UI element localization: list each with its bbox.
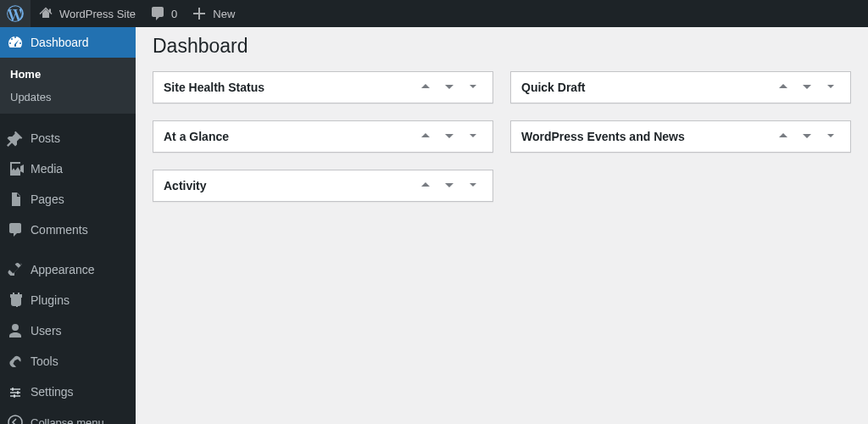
collapse-icon (7, 414, 24, 424)
menu-label: Tools (31, 354, 58, 368)
chevron-down-icon (442, 178, 456, 192)
adminbar-new-label: New (213, 8, 235, 20)
menu-dashboard[interactable]: Dashboard (0, 27, 136, 58)
caret-down-icon (824, 129, 837, 142)
menu-label: Media (31, 162, 63, 176)
move-down-button[interactable] (798, 126, 816, 148)
submenu-updates[interactable]: Updates (0, 86, 136, 109)
submenu-home[interactable]: Home (0, 63, 136, 86)
toggle-button[interactable] (464, 176, 482, 197)
chevron-up-icon (419, 80, 432, 93)
settings-icon (7, 383, 24, 400)
move-up-button[interactable] (774, 126, 793, 148)
dashboard-panels: Site Health Status At a Glance (153, 71, 851, 202)
page-title: Dashboard (153, 27, 851, 61)
wordpress-logo-icon (7, 5, 24, 22)
comment-icon (7, 221, 24, 238)
toggle-button[interactable] (464, 126, 482, 148)
caret-down-icon (466, 129, 480, 142)
chevron-down-icon (800, 129, 814, 142)
adminbar-comments-count: 0 (171, 8, 177, 20)
postbox-header[interactable]: Activity (153, 170, 492, 201)
postbox-title: At a Glance (164, 130, 416, 143)
toggle-button[interactable] (464, 77, 482, 98)
caret-down-icon (466, 80, 480, 93)
menu-settings[interactable]: Settings (0, 377, 136, 407)
postbox-header[interactable]: Site Health Status (153, 72, 492, 103)
dashboard-icon (7, 34, 24, 51)
chevron-up-icon (419, 178, 432, 192)
toggle-button[interactable] (821, 77, 840, 98)
postbox-header[interactable]: WordPress Events and News (511, 121, 850, 152)
postbox-events-news: WordPress Events and News (510, 120, 851, 153)
adminbar-wp-logo[interactable] (0, 0, 31, 27)
menu-label: Plugins (31, 293, 70, 307)
menu-users[interactable]: Users (0, 315, 136, 346)
move-up-button[interactable] (416, 77, 435, 98)
svg-rect-1 (17, 391, 19, 394)
pin-icon (7, 130, 24, 147)
postbox-controls (774, 126, 840, 148)
wrench-icon (7, 353, 24, 370)
collapse-menu[interactable]: Collapse menu (0, 407, 136, 424)
move-down-button[interactable] (440, 126, 459, 148)
menu-appearance[interactable]: Appearance (0, 254, 136, 285)
home-icon (37, 5, 54, 22)
menu-label: Comments (31, 223, 88, 237)
admin-sidebar: Dashboard Home Updates Posts Media Pages… (0, 27, 136, 424)
chevron-up-icon (776, 80, 790, 93)
menu-media[interactable]: Media (0, 153, 136, 184)
adminbar-site-name: WordPress Site (59, 8, 136, 20)
main-content: Dashboard Site Health Status At a (136, 27, 868, 424)
media-icon (7, 160, 24, 177)
move-up-button[interactable] (774, 77, 793, 98)
caret-down-icon (824, 80, 837, 93)
postbox-controls (774, 77, 840, 98)
dashboard-submenu: Home Updates (0, 58, 136, 114)
postbox-header[interactable]: Quick Draft (511, 72, 850, 103)
adminbar-new[interactable]: New (184, 0, 242, 27)
caret-down-icon (466, 178, 480, 192)
menu-comments[interactable]: Comments (0, 215, 136, 245)
menu-tools[interactable]: Tools (0, 346, 136, 377)
plus-icon (191, 5, 208, 22)
postbox-title: Site Health Status (164, 81, 416, 94)
panel-column-2: Quick Draft WordPress Events and News (510, 71, 851, 202)
move-up-button[interactable] (416, 176, 435, 197)
postbox-title: Quick Draft (521, 81, 774, 94)
menu-pages[interactable]: Pages (0, 184, 136, 215)
postbox-quick-draft: Quick Draft (510, 71, 851, 103)
plugin-icon (7, 292, 24, 309)
adminbar-comments[interactable]: 0 (142, 0, 184, 27)
postbox-site-health: Site Health Status (153, 71, 493, 103)
panel-column-1: Site Health Status At a Glance (153, 71, 493, 202)
comment-icon (149, 5, 166, 22)
menu-label: Settings (31, 385, 74, 399)
toggle-button[interactable] (821, 126, 840, 148)
svg-rect-0 (12, 388, 14, 391)
move-down-button[interactable] (440, 77, 459, 98)
postbox-controls (416, 77, 482, 98)
postbox-at-a-glance: At a Glance (153, 120, 493, 153)
move-down-button[interactable] (798, 77, 816, 98)
postbox-title: WordPress Events and News (521, 130, 774, 143)
brush-icon (7, 261, 24, 278)
postbox-activity: Activity (153, 170, 493, 202)
menu-posts[interactable]: Posts (0, 123, 136, 153)
postbox-controls (416, 176, 482, 197)
postbox-title: Activity (164, 179, 416, 192)
chevron-down-icon (442, 80, 456, 93)
menu-label: Pages (31, 192, 64, 206)
menu-plugins[interactable]: Plugins (0, 285, 136, 315)
move-down-button[interactable] (440, 176, 459, 197)
menu-label: Users (31, 324, 62, 338)
menu-label: Posts (31, 131, 60, 145)
adminbar: WordPress Site 0 New (0, 0, 868, 27)
adminbar-site-link[interactable]: WordPress Site (31, 0, 142, 27)
chevron-down-icon (442, 129, 456, 142)
postbox-header[interactable]: At a Glance (153, 121, 492, 152)
chevron-up-icon (776, 129, 790, 142)
user-icon (7, 322, 24, 339)
move-up-button[interactable] (416, 126, 435, 148)
svg-rect-2 (14, 394, 15, 398)
